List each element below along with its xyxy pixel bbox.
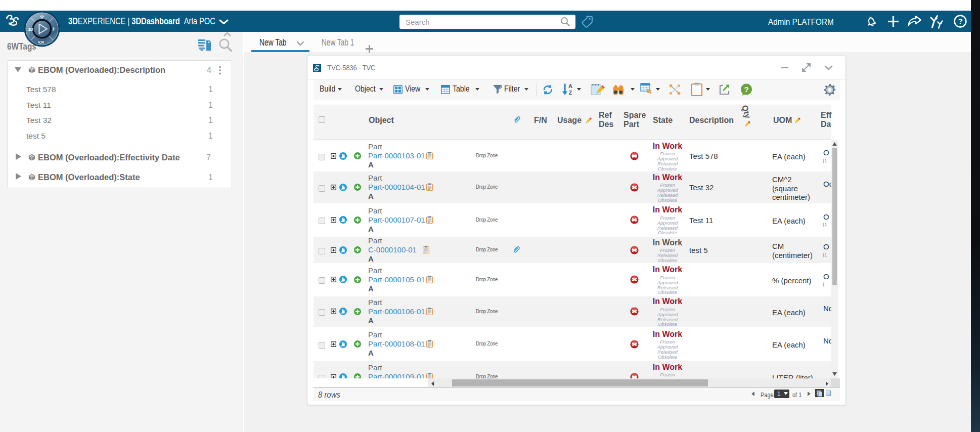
svg-text:3D: 3D — [28, 27, 33, 32]
svg-text:?: ? — [744, 85, 749, 94]
svg-text:V,R: V,R — [38, 40, 44, 45]
svg-text:?: ? — [958, 17, 963, 25]
svg-text:,: , — [55, 26, 56, 30]
svg-text:A: A — [568, 83, 572, 89]
svg-text:Z: Z — [569, 90, 572, 96]
